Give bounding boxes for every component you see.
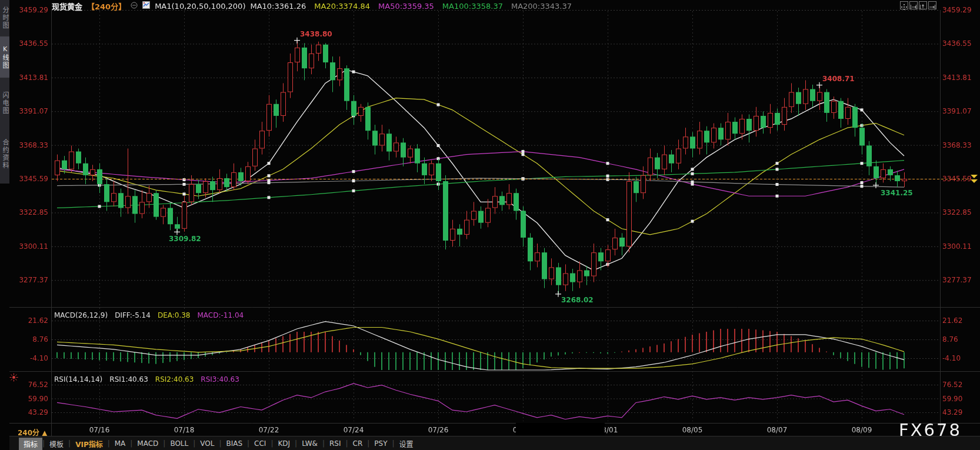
x-axis-label: 08/05 xyxy=(678,426,707,434)
rsi-axis-label-right: 43.29 xyxy=(942,408,962,416)
collapse-icon[interactable] xyxy=(131,2,138,11)
toolbar-item-7[interactable]: VOL xyxy=(195,438,219,449)
toolbar-item-8[interactable]: BIAS xyxy=(221,438,247,449)
macd-title[interactable]: MACD(26,12,9) xyxy=(54,311,108,319)
ma-settings-label[interactable]: MA1(10,20,50,100,200) xyxy=(155,2,245,11)
chart-header: 现货黄金 【240分】 MA1(10,20,50,100,200) MA10:3… xyxy=(52,0,572,12)
rsi-panel-header: RSI(14,14,14) RSI1:40.63 RSI2:40.63 RSI3… xyxy=(54,375,239,384)
toolbar-item-4[interactable]: MA xyxy=(110,438,131,449)
macd-dea-value: DEA:0.38 xyxy=(158,311,191,319)
toolbar-item-12[interactable]: RSI xyxy=(325,438,346,449)
price-axis-label-left: 3436.55 xyxy=(18,39,48,48)
sidebar-tab-3[interactable]: 闪电图 xyxy=(0,84,9,122)
price-axis-label-left: 3391.07 xyxy=(18,107,48,115)
x-axis-label: 08/07 xyxy=(762,426,792,434)
rsi-axis-label-right: 76.52 xyxy=(942,381,962,389)
toolbar-item-2[interactable]: 模板 xyxy=(45,438,68,450)
chart-type-icon[interactable] xyxy=(142,1,150,11)
price-axis-label-left: 3368.33 xyxy=(18,141,48,149)
price-annotation: 3341.25 xyxy=(881,189,913,197)
price-axis-label-left: 3277.37 xyxy=(18,276,48,284)
header-ma4-value: MA100:3358.37 xyxy=(442,2,503,11)
ma-values: MA10:3361.26MA20:3374.84MA50:3359.35MA10… xyxy=(250,2,572,11)
toolbar-item-10[interactable]: KDJ xyxy=(273,438,295,449)
macd-axis-label-left: -4.10 xyxy=(18,354,48,362)
period-label: 【240分】 xyxy=(87,1,126,12)
chart-tool-icons xyxy=(900,1,936,9)
macd-axis-label-right: -4.10 xyxy=(942,354,961,362)
rsi-axis-label-left: 43.29 xyxy=(18,408,48,416)
sidebar: 分时图K线图闪电图合约资料 xyxy=(0,0,9,184)
toolbar-item-6[interactable]: BOLL xyxy=(165,438,193,449)
price-annotation: 3309.82 xyxy=(169,235,201,243)
x-axis-label: 08/09 xyxy=(847,426,876,434)
price-axis-label-right: 3459.29 xyxy=(942,6,972,14)
toolbar-item-15[interactable]: 设置 xyxy=(395,438,418,450)
toolbar-item-11[interactable]: LW& xyxy=(297,438,322,449)
price-axis-label-left: 3459.29 xyxy=(18,6,48,14)
price-annotation: 3438.80 xyxy=(300,30,332,38)
price-axis-label-right: 3345.59 xyxy=(942,175,972,183)
x-axis-label: 07/26 xyxy=(424,426,453,434)
rsi-title[interactable]: RSI(14,14,14) xyxy=(54,375,102,384)
x-axis-label: 07/18 xyxy=(169,426,199,434)
price-axis-label-left: 3413.81 xyxy=(18,74,48,82)
crosshair-icon[interactable] xyxy=(900,1,908,9)
x-axis-label: 07/22 xyxy=(254,426,284,434)
sidebar-tab-1[interactable]: 分时图 xyxy=(0,2,9,33)
macd-axis-label-left: 21.62 xyxy=(18,316,48,325)
price-axis-label-left: 3300.11 xyxy=(18,242,48,251)
price-axis-label-right: 3322.85 xyxy=(942,208,972,216)
price-axis-label-right: 3300.11 xyxy=(942,242,972,251)
price-axis-label-right: 3436.55 xyxy=(942,39,972,48)
indicator-toolbar: 指标|模板|VIP指标|MA|MACD|BOLL|VOL|BIAS|CCI|KD… xyxy=(9,436,980,450)
x-axis-label: 07/24 xyxy=(339,426,368,434)
pan-right-icon[interactable] xyxy=(928,1,936,9)
header-ma5-value: MA200:3343.37 xyxy=(511,2,572,11)
rsi-axis-label-right: 59.90 xyxy=(942,395,962,403)
macd-diff-value: DIFF:-5.14 xyxy=(115,311,151,319)
symbol-name: 现货黄金 xyxy=(52,1,82,12)
header-ma3-value: MA50:3359.35 xyxy=(378,2,434,11)
price-axis-label-left: 3322.85 xyxy=(18,208,48,216)
header-ma1-value: MA10:3361.26 xyxy=(250,2,306,11)
header-ma2-value: MA20:3374.84 xyxy=(314,2,370,11)
price-annotation: 3408.71 xyxy=(822,75,855,83)
rsi2-value: RSI2:40.63 xyxy=(155,375,194,384)
macd-axis-label-right: 21.62 xyxy=(942,316,962,325)
rsi3-value: RSI3:40.63 xyxy=(201,375,239,384)
alert-icon[interactable] xyxy=(9,373,18,384)
toolbar-item-13[interactable]: CR xyxy=(348,438,368,449)
rsi1-value: RSI1:40.63 xyxy=(109,375,148,384)
chart-application: 3459.293459.293436.553436.553413.813413.… xyxy=(0,0,980,450)
sidebar-tab-4[interactable]: 合约资料 xyxy=(0,129,9,179)
price-axis-label-left: 3345.59 xyxy=(18,175,48,183)
sidebar-tab-2[interactable]: K线图 xyxy=(0,36,9,78)
toolbar-item-9[interactable]: CCI xyxy=(249,438,271,449)
toolbar-item-1[interactable]: 指标 xyxy=(19,438,42,450)
rsi-axis-label-left: 76.52 xyxy=(18,381,48,389)
macd-axis-label-right: 8.76 xyxy=(942,335,958,344)
price-axis-label-right: 3413.81 xyxy=(942,74,972,82)
price-annotation: 3268.02 xyxy=(561,296,594,304)
x-axis-label: 07/16 xyxy=(85,426,114,434)
xaxis-overlay-box xyxy=(516,423,605,435)
toolbar-item-5[interactable]: MACD xyxy=(132,438,163,449)
toolbar-item-3[interactable]: VIP指标 xyxy=(71,438,108,450)
price-axis-label-right: 3277.37 xyxy=(942,276,972,284)
macd-panel-header: MACD(26,12,9) DIFF:-5.14 DEA:0.38 MACD:-… xyxy=(54,311,244,319)
macd-value: MACD:-11.04 xyxy=(197,311,244,319)
price-axis-label-right: 3368.33 xyxy=(942,141,972,149)
rsi-axis-label-left: 59.90 xyxy=(18,395,48,403)
price-axis-label-right: 3391.07 xyxy=(942,107,972,115)
toolbar-item-14[interactable]: PSY xyxy=(369,438,392,449)
fit-height-icon[interactable] xyxy=(919,1,927,9)
fit-width-icon[interactable] xyxy=(909,1,918,9)
macd-axis-label-left: 8.76 xyxy=(18,335,48,344)
